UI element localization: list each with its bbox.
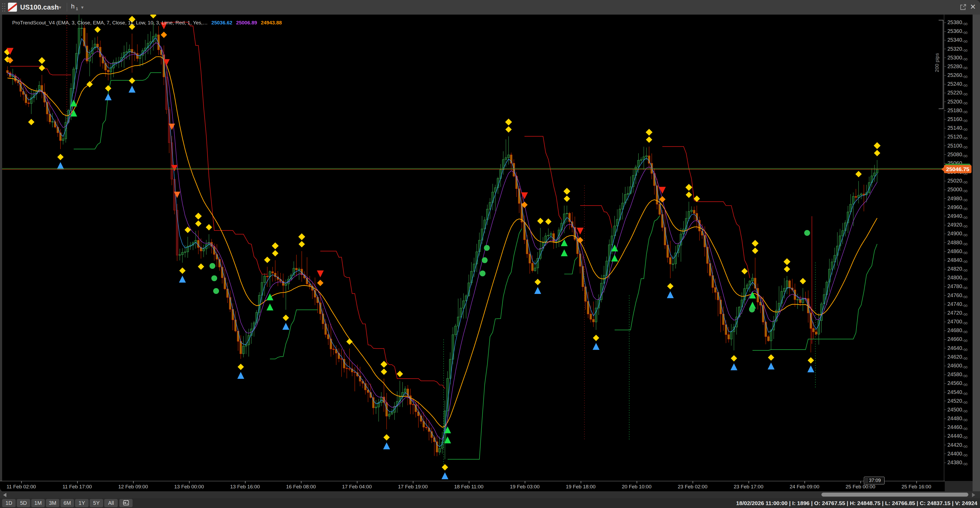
price-tick <box>944 57 946 58</box>
time-axis[interactable]: 11 Feb 02:0011 Feb 17:0012 Feb 09:0013 F… <box>0 481 945 492</box>
price-tick <box>944 119 946 119</box>
candle-body <box>839 236 841 246</box>
candle-body <box>487 209 488 220</box>
range-button-1y[interactable]: 1Y <box>75 499 89 507</box>
range-button-6m[interactable]: 6M <box>60 499 74 507</box>
price-label: 25340.00 <box>947 37 967 43</box>
price-tick <box>944 31 946 32</box>
chart-area[interactable]: ProTrendScout_V4 (EMA, 3, Close, EMA, 7,… <box>2 14 944 481</box>
price-label: 24580.00 <box>947 371 967 378</box>
range-button-1m[interactable]: 1M <box>31 499 45 507</box>
candle-body <box>505 158 507 159</box>
yellow-diamond-marker <box>383 434 390 441</box>
horizontal-scrollbar[interactable] <box>0 491 980 498</box>
candle-body <box>298 269 300 270</box>
candle-body <box>871 176 873 183</box>
candle-body <box>404 389 406 392</box>
time-label: 19 Feb 03:00 <box>510 484 539 490</box>
candle-body <box>590 314 592 319</box>
price-tick <box>944 295 946 296</box>
candle-body <box>110 68 112 72</box>
candle-body <box>717 292 719 300</box>
yellow-diamond-marker <box>731 355 737 361</box>
scroll-left-icon[interactable] <box>3 493 6 497</box>
range-button-all[interactable]: All <box>104 499 118 507</box>
candle-body <box>813 328 815 332</box>
scrollbar-thumb[interactable] <box>821 493 968 497</box>
green-up-triangle-marker <box>561 249 568 256</box>
yellow-diamond-marker <box>179 268 186 274</box>
candle-body <box>439 448 441 452</box>
symbol-dropdown-caret-icon[interactable]: ▾ <box>59 5 61 10</box>
range-button-5y[interactable]: 5Y <box>90 499 103 507</box>
price-tick <box>944 225 946 225</box>
candle-body <box>431 432 433 438</box>
price-label: 25120.00 <box>947 134 967 140</box>
scroll-right-icon[interactable] <box>972 493 975 497</box>
timeframe-sub[interactable]: 1 <box>76 6 78 11</box>
candle-body <box>479 240 480 252</box>
yellow-diamond-marker <box>808 357 814 364</box>
price-label: 24440.00 <box>947 433 967 440</box>
candle-body <box>237 331 239 341</box>
indicator-params: ProTrendScout_V4 (EMA, 3, Close, EMA, 7,… <box>12 20 208 25</box>
symbol-title[interactable]: US100.cash <box>20 3 59 11</box>
price-label: 24660.00 <box>947 336 967 343</box>
close-icon[interactable]: ✕ <box>970 3 976 11</box>
price-tick <box>944 454 946 454</box>
time-tick <box>133 481 134 483</box>
yellow-diamond-marker <box>442 464 448 470</box>
candle-body <box>500 169 502 178</box>
price-label: 25100.00 <box>947 143 967 149</box>
window-right-edge[interactable] <box>972 14 980 491</box>
yellow-diamond-marker <box>198 263 204 270</box>
timeframe-dropdown-caret-icon[interactable]: ▾ <box>81 5 84 10</box>
range-button-3m[interactable]: 3M <box>46 499 59 507</box>
candle-body <box>694 210 695 213</box>
yellow-diamond-marker <box>855 171 862 177</box>
time-tick <box>469 481 469 483</box>
range-button-5d[interactable]: 5D <box>17 499 30 507</box>
yellow-diamond-marker <box>537 218 544 224</box>
indicator-label[interactable]: ProTrendScout_V4 (EMA, 3, Close, EMA, 7,… <box>12 20 282 26</box>
time-label: 11 Feb 02:00 <box>6 484 36 490</box>
time-label: 13 Feb 00:00 <box>174 484 204 490</box>
candle-body <box>752 278 754 281</box>
candle-body <box>463 301 465 308</box>
indicator-value: 24943.88 <box>261 20 282 25</box>
popout-window-icon[interactable] <box>959 3 967 11</box>
price-axis[interactable]: 25380.0025360.0025340.0025320.0025300.00… <box>944 14 973 481</box>
candle-body <box>670 258 671 264</box>
yellow-diamond-marker <box>397 371 403 377</box>
price-tick <box>944 313 946 313</box>
candle-countdown[interactable]: 37:09 <box>864 477 885 484</box>
yellow-diamond-marker <box>667 283 673 290</box>
price-label: 24960.00 <box>947 204 967 211</box>
candle-body <box>375 407 377 408</box>
candle-body <box>770 330 772 341</box>
timeframe-selector[interactable]: h <box>71 3 75 10</box>
yellow-diamond-marker <box>563 188 570 195</box>
candle-body <box>492 192 494 202</box>
yellow-diamond-marker <box>505 126 512 133</box>
blue-up-triangle-marker <box>383 443 390 449</box>
price-tick <box>944 383 946 384</box>
candle-body <box>768 337 770 341</box>
time-label: 17 Feb 04:00 <box>342 484 372 490</box>
range-button-1d[interactable]: 1D <box>2 499 16 507</box>
yellow-diamond-marker <box>57 154 64 160</box>
blue-up-triangle-marker <box>57 162 64 169</box>
price-label: 25380.00 <box>947 19 967 26</box>
candle-body <box>632 175 634 186</box>
yellow-diamond-marker <box>299 241 305 247</box>
yellow-diamond-marker <box>86 81 93 88</box>
price-label: 24680.00 <box>947 327 967 334</box>
candle-body <box>25 94 27 103</box>
yellow-diamond-marker <box>784 266 790 272</box>
jump-to-date-button[interactable] <box>119 499 132 507</box>
price-tick <box>944 419 946 419</box>
candle-body <box>797 299 799 300</box>
candle-body <box>107 70 109 72</box>
candle-body <box>789 281 791 288</box>
drag-grip-icon[interactable] <box>2 3 6 12</box>
